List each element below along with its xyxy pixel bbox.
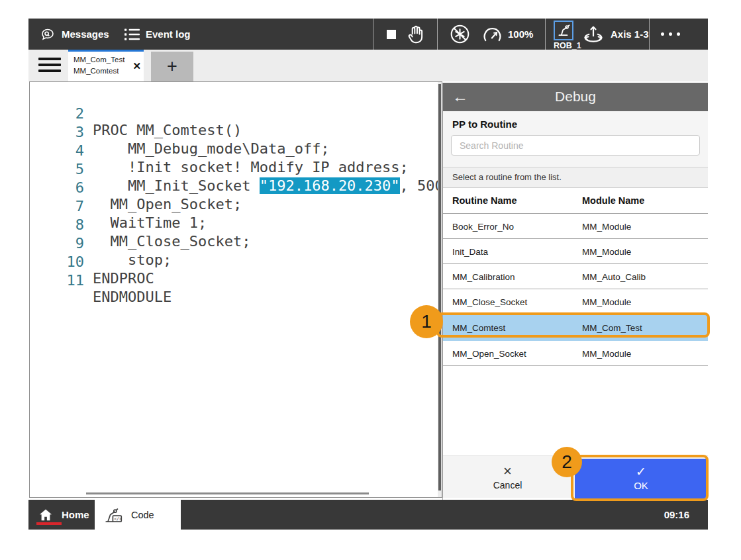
task-bar: Home </> Code 09:16 [28,500,708,530]
code-tab[interactable]: </> Code [95,500,181,530]
ok-label: OK [634,480,648,491]
home-label: Home [62,509,89,520]
code-text: ENDMODULE [93,289,172,305]
table-row[interactable]: Book_Error_No MM_Module [443,214,708,239]
motors-off-indicator[interactable] [449,19,471,50]
code-line: 2 PROC MM_Comtest() [30,89,442,107]
svg-text:</>: </> [114,516,122,522]
more-button[interactable] [661,19,680,50]
module-name-cell: MM_Module [582,246,631,256]
messages-icon [40,26,56,42]
home-icon [38,508,53,522]
stop-icon [387,30,396,39]
pp-to-routine-title: PP to Routine [452,118,517,130]
scrollbar-thumb[interactable] [438,84,441,490]
routine-name-cell: MM_Comtest [452,323,505,333]
module-name-cell: MM_Module [582,348,631,358]
toolbar-divider [437,19,438,50]
debug-panel-header: ← Debug [443,83,708,111]
eventlog-list-icon [124,27,140,42]
debug-panel-title: Debug [443,89,708,105]
routine-name-cell: Init_Data [452,246,488,256]
rob1-selector[interactable]: ROB_1 [554,21,573,50]
eventlog-button[interactable]: Event log [124,19,191,50]
code-line: 8 MM_Close_Socket; [30,200,442,218]
table-row[interactable]: MM_Calibration MM_Auto_Calib [443,264,708,289]
module-name-cell: MM_Module [582,297,631,306]
hand-icon [405,24,428,45]
code-line: 6 MM_Open_Socket; [30,163,442,181]
module-name-cell: MM_Auto_Calib [582,271,646,281]
cancel-x-icon: × [503,465,512,478]
code-line: 10 ENDPROC [30,237,442,256]
debug-panel: ← Debug PP to Routine Select a routine f… [442,83,708,500]
stop-button[interactable] [387,19,396,50]
routine-table-header: Routine Name Module Name [443,188,708,214]
messages-button[interactable]: Messages [40,19,109,50]
routine-name-column-header: Routine Name [452,195,517,206]
ok-button[interactable]: ✓ OK [575,459,707,498]
tab-close-button[interactable]: ✕ [132,60,141,72]
tab-routine-label: MM_Comtest [74,67,119,75]
step-2-badge: 2 [552,447,582,477]
axis-label: Axis 1-3 [611,28,649,40]
module-name-column-header: Module Name [582,195,644,206]
ellipsis-icon [661,32,680,36]
code-line: 11 ENDMODULE [30,256,442,274]
step-1-badge: 1 [410,305,443,338]
check-icon: ✓ [636,466,646,478]
code-line: 7 WaitTime 1; [30,181,442,200]
routine-name-cell: MM_Calibration [452,271,515,281]
pp-to-routine-section: PP to Routine [443,111,708,167]
routine-name-cell: MM_Open_Socket [452,348,526,358]
speed-value: 100% [508,28,533,40]
module-name-cell: MM_Module [582,221,631,231]
jog-hand-button[interactable] [405,19,428,50]
rob1-label: ROB_1 [554,41,573,50]
hamburger-icon [38,58,61,72]
home-active-indicator [36,522,62,525]
robot-icon [554,21,573,40]
robot-code-icon: </> [104,506,124,524]
table-row[interactable]: Init_Data MM_Module [443,239,708,264]
routine-name-cell: MM_Close_Socket [452,297,527,306]
code-line: 9 stop; [30,218,442,237]
routine-search-input[interactable] [451,135,700,156]
routine-table: Routine Name Module Name Book_Error_No M… [443,188,708,366]
speed-indicator[interactable]: 100% [481,19,533,50]
home-button[interactable]: Home [38,500,89,530]
tab-module-label: MM_Com_Test [74,56,124,64]
cancel-label: Cancel [493,480,522,490]
horizontal-scrollbar[interactable] [86,492,369,494]
table-row[interactable]: MM_Close_Socket MM_Module [443,289,708,314]
clock: 09:16 [664,500,689,530]
code-line: 3 MM_Debug_mode\Data_off; [30,107,442,126]
hint-text: Select a routine from the list. [443,167,708,188]
axis-rotate-icon [581,23,605,45]
eventlog-label: Event log [146,28,191,40]
table-row-selected[interactable]: MM_Comtest MM_Com_Test [443,314,708,341]
code-line: 4 !Init socket! Modify IP address; [30,126,442,144]
toolbar-divider [373,19,373,50]
line-number: 11 [36,272,84,289]
menu-button[interactable] [38,58,61,75]
code-editor[interactable]: 2 PROC MM_Comtest() 3 MM_Debug_mode\Data… [29,81,442,498]
speedometer-icon [481,24,503,44]
motors-off-icon [449,23,471,45]
code-line: 5 MM_Init_Socket "192.168.20.230", 500 [30,144,442,163]
vertical-scrollbar[interactable] [438,82,442,497]
tab-mm-comtest[interactable]: MM_Com_Test MM_Comtest ✕ [68,50,144,81]
routine-name-cell: Book_Error_No [452,221,514,231]
toolbar-divider [545,19,546,50]
axis-selector[interactable]: Axis 1-3 [581,19,649,50]
new-tab-button[interactable]: + [151,52,193,81]
messages-label: Messages [62,28,109,40]
module-name-cell: MM_Com_Test [582,323,642,333]
code-tab-label: Code [131,510,154,520]
toolbar-divider [649,19,650,50]
table-row[interactable]: MM_Open_Socket MM_Module [443,341,708,366]
